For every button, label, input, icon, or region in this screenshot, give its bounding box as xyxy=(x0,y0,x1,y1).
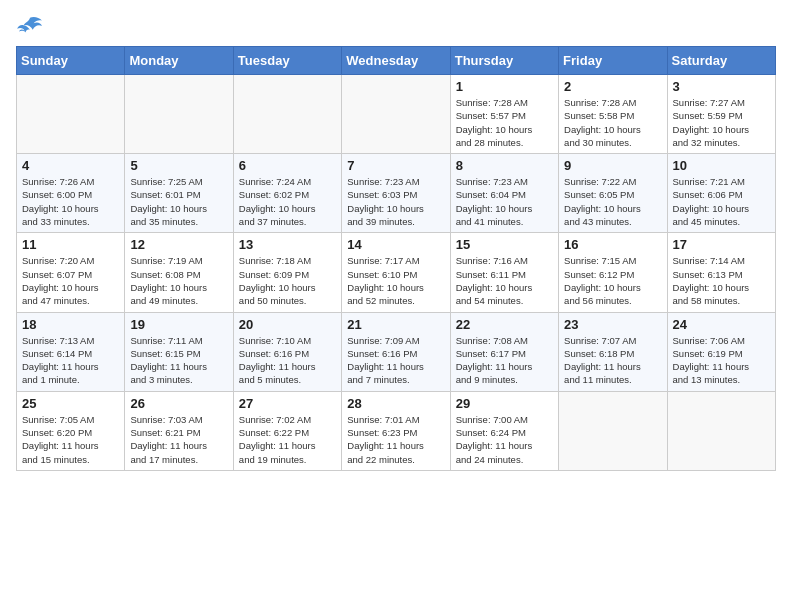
weekday-header: Friday xyxy=(559,47,667,75)
calendar-day-cell: 9Sunrise: 7:22 AM Sunset: 6:05 PM Daylig… xyxy=(559,154,667,233)
day-number: 5 xyxy=(130,158,227,173)
calendar-day-cell: 7Sunrise: 7:23 AM Sunset: 6:03 PM Daylig… xyxy=(342,154,450,233)
day-info: Sunrise: 7:14 AM Sunset: 6:13 PM Dayligh… xyxy=(673,254,770,307)
calendar-day-cell: 19Sunrise: 7:11 AM Sunset: 6:15 PM Dayli… xyxy=(125,312,233,391)
day-number: 19 xyxy=(130,317,227,332)
weekday-header: Wednesday xyxy=(342,47,450,75)
calendar-day-cell: 4Sunrise: 7:26 AM Sunset: 6:00 PM Daylig… xyxy=(17,154,125,233)
calendar-day-cell: 12Sunrise: 7:19 AM Sunset: 6:08 PM Dayli… xyxy=(125,233,233,312)
day-info: Sunrise: 7:03 AM Sunset: 6:21 PM Dayligh… xyxy=(130,413,227,466)
calendar-week-row: 1Sunrise: 7:28 AM Sunset: 5:57 PM Daylig… xyxy=(17,75,776,154)
calendar-day-cell: 13Sunrise: 7:18 AM Sunset: 6:09 PM Dayli… xyxy=(233,233,341,312)
calendar-day-cell xyxy=(233,75,341,154)
day-info: Sunrise: 7:17 AM Sunset: 6:10 PM Dayligh… xyxy=(347,254,444,307)
day-number: 8 xyxy=(456,158,553,173)
day-info: Sunrise: 7:18 AM Sunset: 6:09 PM Dayligh… xyxy=(239,254,336,307)
calendar-day-cell: 3Sunrise: 7:27 AM Sunset: 5:59 PM Daylig… xyxy=(667,75,775,154)
day-info: Sunrise: 7:23 AM Sunset: 6:04 PM Dayligh… xyxy=(456,175,553,228)
calendar-day-cell: 5Sunrise: 7:25 AM Sunset: 6:01 PM Daylig… xyxy=(125,154,233,233)
calendar-day-cell: 20Sunrise: 7:10 AM Sunset: 6:16 PM Dayli… xyxy=(233,312,341,391)
day-number: 1 xyxy=(456,79,553,94)
weekday-header: Sunday xyxy=(17,47,125,75)
calendar-day-cell: 24Sunrise: 7:06 AM Sunset: 6:19 PM Dayli… xyxy=(667,312,775,391)
day-info: Sunrise: 7:22 AM Sunset: 6:05 PM Dayligh… xyxy=(564,175,661,228)
day-info: Sunrise: 7:01 AM Sunset: 6:23 PM Dayligh… xyxy=(347,413,444,466)
day-number: 9 xyxy=(564,158,661,173)
calendar-week-row: 25Sunrise: 7:05 AM Sunset: 6:20 PM Dayli… xyxy=(17,391,776,470)
day-number: 12 xyxy=(130,237,227,252)
calendar-day-cell: 18Sunrise: 7:13 AM Sunset: 6:14 PM Dayli… xyxy=(17,312,125,391)
day-info: Sunrise: 7:28 AM Sunset: 5:58 PM Dayligh… xyxy=(564,96,661,149)
calendar-day-cell: 11Sunrise: 7:20 AM Sunset: 6:07 PM Dayli… xyxy=(17,233,125,312)
calendar-week-row: 11Sunrise: 7:20 AM Sunset: 6:07 PM Dayli… xyxy=(17,233,776,312)
calendar-day-cell: 16Sunrise: 7:15 AM Sunset: 6:12 PM Dayli… xyxy=(559,233,667,312)
day-info: Sunrise: 7:00 AM Sunset: 6:24 PM Dayligh… xyxy=(456,413,553,466)
calendar-week-row: 4Sunrise: 7:26 AM Sunset: 6:00 PM Daylig… xyxy=(17,154,776,233)
calendar-day-cell: 8Sunrise: 7:23 AM Sunset: 6:04 PM Daylig… xyxy=(450,154,558,233)
day-info: Sunrise: 7:07 AM Sunset: 6:18 PM Dayligh… xyxy=(564,334,661,387)
day-info: Sunrise: 7:11 AM Sunset: 6:15 PM Dayligh… xyxy=(130,334,227,387)
calendar-day-cell: 27Sunrise: 7:02 AM Sunset: 6:22 PM Dayli… xyxy=(233,391,341,470)
day-number: 28 xyxy=(347,396,444,411)
weekday-header: Saturday xyxy=(667,47,775,75)
day-number: 26 xyxy=(130,396,227,411)
day-info: Sunrise: 7:05 AM Sunset: 6:20 PM Dayligh… xyxy=(22,413,119,466)
calendar-week-row: 18Sunrise: 7:13 AM Sunset: 6:14 PM Dayli… xyxy=(17,312,776,391)
day-number: 21 xyxy=(347,317,444,332)
day-info: Sunrise: 7:19 AM Sunset: 6:08 PM Dayligh… xyxy=(130,254,227,307)
day-number: 22 xyxy=(456,317,553,332)
weekday-header: Tuesday xyxy=(233,47,341,75)
day-number: 15 xyxy=(456,237,553,252)
calendar-day-cell xyxy=(667,391,775,470)
day-number: 10 xyxy=(673,158,770,173)
calendar-day-cell: 1Sunrise: 7:28 AM Sunset: 5:57 PM Daylig… xyxy=(450,75,558,154)
day-info: Sunrise: 7:08 AM Sunset: 6:17 PM Dayligh… xyxy=(456,334,553,387)
day-number: 13 xyxy=(239,237,336,252)
weekday-header: Monday xyxy=(125,47,233,75)
calendar-day-cell: 25Sunrise: 7:05 AM Sunset: 6:20 PM Dayli… xyxy=(17,391,125,470)
calendar-day-cell xyxy=(17,75,125,154)
calendar-day-cell: 14Sunrise: 7:17 AM Sunset: 6:10 PM Dayli… xyxy=(342,233,450,312)
calendar-day-cell: 26Sunrise: 7:03 AM Sunset: 6:21 PM Dayli… xyxy=(125,391,233,470)
calendar-day-cell: 22Sunrise: 7:08 AM Sunset: 6:17 PM Dayli… xyxy=(450,312,558,391)
calendar-day-cell: 29Sunrise: 7:00 AM Sunset: 6:24 PM Dayli… xyxy=(450,391,558,470)
calendar-day-cell: 10Sunrise: 7:21 AM Sunset: 6:06 PM Dayli… xyxy=(667,154,775,233)
day-info: Sunrise: 7:21 AM Sunset: 6:06 PM Dayligh… xyxy=(673,175,770,228)
day-number: 24 xyxy=(673,317,770,332)
day-number: 2 xyxy=(564,79,661,94)
calendar-day-cell: 28Sunrise: 7:01 AM Sunset: 6:23 PM Dayli… xyxy=(342,391,450,470)
day-number: 27 xyxy=(239,396,336,411)
day-number: 16 xyxy=(564,237,661,252)
day-info: Sunrise: 7:23 AM Sunset: 6:03 PM Dayligh… xyxy=(347,175,444,228)
day-number: 18 xyxy=(22,317,119,332)
logo xyxy=(16,16,48,38)
day-info: Sunrise: 7:25 AM Sunset: 6:01 PM Dayligh… xyxy=(130,175,227,228)
calendar-table: SundayMondayTuesdayWednesdayThursdayFrid… xyxy=(16,46,776,471)
day-number: 20 xyxy=(239,317,336,332)
day-info: Sunrise: 7:13 AM Sunset: 6:14 PM Dayligh… xyxy=(22,334,119,387)
calendar-header-row: SundayMondayTuesdayWednesdayThursdayFrid… xyxy=(17,47,776,75)
calendar-day-cell xyxy=(125,75,233,154)
day-number: 17 xyxy=(673,237,770,252)
day-info: Sunrise: 7:28 AM Sunset: 5:57 PM Dayligh… xyxy=(456,96,553,149)
day-info: Sunrise: 7:06 AM Sunset: 6:19 PM Dayligh… xyxy=(673,334,770,387)
day-number: 25 xyxy=(22,396,119,411)
day-info: Sunrise: 7:24 AM Sunset: 6:02 PM Dayligh… xyxy=(239,175,336,228)
calendar-day-cell xyxy=(342,75,450,154)
day-number: 29 xyxy=(456,396,553,411)
logo-icon xyxy=(16,16,44,38)
day-number: 7 xyxy=(347,158,444,173)
day-info: Sunrise: 7:15 AM Sunset: 6:12 PM Dayligh… xyxy=(564,254,661,307)
day-number: 23 xyxy=(564,317,661,332)
day-info: Sunrise: 7:10 AM Sunset: 6:16 PM Dayligh… xyxy=(239,334,336,387)
day-info: Sunrise: 7:02 AM Sunset: 6:22 PM Dayligh… xyxy=(239,413,336,466)
day-number: 4 xyxy=(22,158,119,173)
day-info: Sunrise: 7:20 AM Sunset: 6:07 PM Dayligh… xyxy=(22,254,119,307)
calendar-day-cell: 2Sunrise: 7:28 AM Sunset: 5:58 PM Daylig… xyxy=(559,75,667,154)
day-number: 6 xyxy=(239,158,336,173)
day-info: Sunrise: 7:16 AM Sunset: 6:11 PM Dayligh… xyxy=(456,254,553,307)
day-number: 11 xyxy=(22,237,119,252)
day-info: Sunrise: 7:09 AM Sunset: 6:16 PM Dayligh… xyxy=(347,334,444,387)
calendar-day-cell: 15Sunrise: 7:16 AM Sunset: 6:11 PM Dayli… xyxy=(450,233,558,312)
calendar-day-cell: 17Sunrise: 7:14 AM Sunset: 6:13 PM Dayli… xyxy=(667,233,775,312)
